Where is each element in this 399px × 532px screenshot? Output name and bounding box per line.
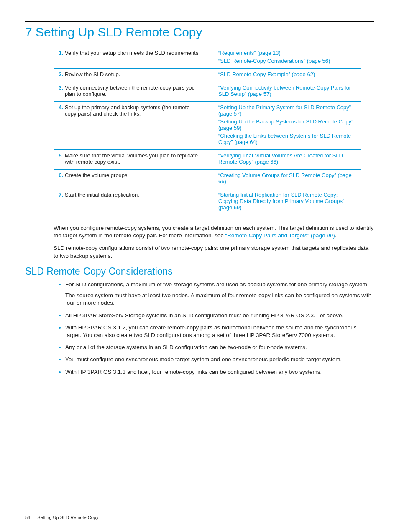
xref-link[interactable]: “Requirements” (page 13) bbox=[218, 50, 358, 56]
step-description: 2.Review the SLD setup. bbox=[54, 69, 215, 82]
step-references: “Verifying That Virtual Volumes Are Crea… bbox=[215, 150, 361, 170]
step-description: 6.Create the volume groups. bbox=[54, 170, 215, 189]
list-item: All HP 3PAR StoreServ Storage systems in… bbox=[65, 311, 374, 319]
step-description: 3.Verify connectivity between the remote… bbox=[54, 82, 215, 102]
table-row: 3.Verify connectivity between the remote… bbox=[54, 82, 361, 102]
xref-link[interactable]: “Starting Initial Replication for SLD Re… bbox=[218, 192, 358, 211]
step-references: “SLD Remote-Copy Example” (page 62) bbox=[215, 69, 361, 82]
step-text: Review the SLD setup. bbox=[65, 71, 203, 77]
section-title: SLD Remote-Copy Considerations bbox=[25, 266, 374, 277]
step-text: Verify connectivity between the remote-c… bbox=[65, 85, 203, 97]
step-description: 4.Set up the primary and backup systems … bbox=[54, 102, 215, 150]
step-description: 5.Make sure that the virtual volumes you… bbox=[54, 150, 215, 170]
step-references: “Starting Initial Replication for SLD Re… bbox=[215, 189, 361, 215]
table-row: 1.Verify that your setup plan meets the … bbox=[54, 47, 361, 69]
table-row: 7.Start the initial data replication.“St… bbox=[54, 189, 361, 215]
list-item: For SLD configurations, a maximum of two… bbox=[65, 280, 374, 307]
xref-link[interactable]: “Verifying Connectivity between Remote-C… bbox=[218, 85, 358, 97]
xref-link[interactable]: “SLD Remote-Copy Example” (page 62) bbox=[218, 71, 358, 77]
xref-link[interactable]: “Checking the Links between Systems for … bbox=[218, 133, 358, 145]
step-description: 7.Start the initial data replication. bbox=[54, 189, 215, 215]
xref-rc-pairs-targets[interactable]: “Remote-Copy Pairs and Targets” (page 99… bbox=[225, 232, 335, 239]
step-number: 3. bbox=[57, 85, 63, 91]
xref-link[interactable]: “Creating Volume Groups for SLD Remote C… bbox=[218, 172, 358, 185]
paragraph-1: When you configure remote-copy systems, … bbox=[54, 224, 374, 239]
xref-link[interactable]: “SLD Remote-Copy Considerations” (page 5… bbox=[218, 58, 358, 64]
step-description: 1.Verify that your setup plan meets the … bbox=[54, 47, 215, 69]
list-item-sub: The source system must have at least two… bbox=[65, 292, 374, 307]
step-number: 1. bbox=[57, 50, 63, 56]
table-row: 5.Make sure that the virtual volumes you… bbox=[54, 150, 361, 170]
top-rule bbox=[25, 21, 374, 22]
step-references: “Setting Up the Primary System for SLD R… bbox=[215, 102, 361, 150]
table-row: 2.Review the SLD setup.“SLD Remote-Copy … bbox=[54, 69, 361, 82]
step-number: 7. bbox=[57, 192, 63, 198]
chapter-title: 7 Setting Up SLD Remote Copy bbox=[25, 25, 374, 39]
xref-link[interactable]: “Setting Up the Backup Systems for SLD R… bbox=[218, 118, 358, 131]
step-text: Make sure that the virtual volumes you p… bbox=[65, 152, 203, 165]
list-item: With HP 3PAR OS 3.1.3 and later, four re… bbox=[65, 368, 374, 376]
paragraph-2: SLD remote-copy configurations consist o… bbox=[54, 244, 374, 260]
list-item: With HP 3PAR OS 3.1.2, you can create re… bbox=[65, 324, 374, 339]
xref-link[interactable]: “Verifying That Virtual Volumes Are Crea… bbox=[218, 152, 358, 165]
table-row: 6.Create the volume groups.“Creating Vol… bbox=[54, 170, 361, 189]
step-number: 5. bbox=[57, 152, 63, 159]
table-row: 4.Set up the primary and backup systems … bbox=[54, 102, 361, 150]
step-references: “Requirements” (page 13)“SLD Remote-Copy… bbox=[215, 47, 361, 69]
list-item: Any or all of the storage systems in an … bbox=[65, 343, 374, 351]
step-text: Start the initial data replication. bbox=[65, 192, 203, 198]
step-number: 2. bbox=[57, 71, 63, 77]
step-references: “Creating Volume Groups for SLD Remote C… bbox=[215, 170, 361, 189]
body-text: When you configure remote-copy systems, … bbox=[54, 224, 374, 260]
step-text: Create the volume groups. bbox=[65, 172, 203, 178]
steps-table: 1.Verify that your setup plan meets the … bbox=[54, 47, 361, 215]
xref-link[interactable]: “Setting Up the Primary System for SLD R… bbox=[218, 104, 358, 117]
considerations-list: For SLD configurations, a maximum of two… bbox=[54, 280, 374, 376]
step-text: Set up the primary and backup systems (t… bbox=[65, 104, 203, 117]
step-number: 6. bbox=[57, 172, 63, 178]
list-item: You must configure one synchronous mode … bbox=[65, 355, 374, 363]
step-text: Verify that your setup plan meets the SL… bbox=[65, 50, 203, 56]
step-references: “Verifying Connectivity between Remote-C… bbox=[215, 82, 361, 102]
step-number: 4. bbox=[57, 104, 63, 111]
